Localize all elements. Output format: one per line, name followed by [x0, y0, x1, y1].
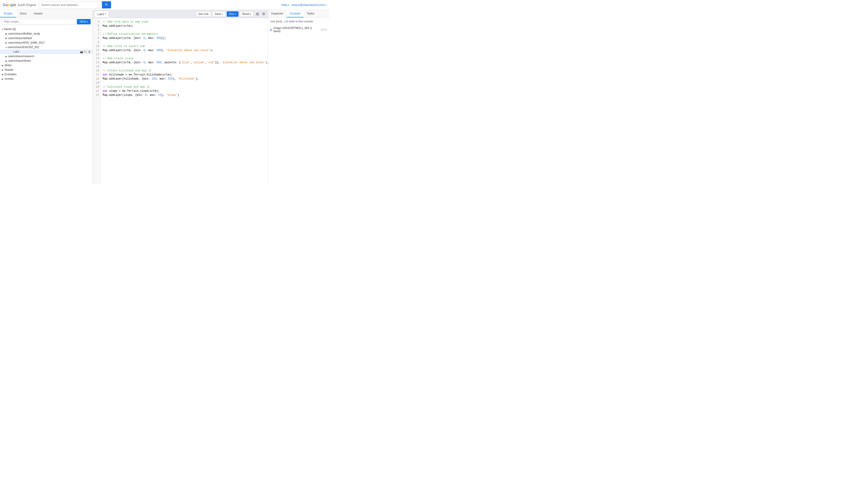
- search-button[interactable]: [102, 1, 111, 8]
- settings-icon-button[interactable]: ⚙: [261, 11, 266, 17]
- editor-toolbar: Lab1 * Get Link Save ▾ Run ▾ Reset ▾ ⊞ ⚙: [93, 10, 268, 18]
- code-line-16: // Create hillshade and map it: [103, 69, 266, 73]
- console-item-arrow: ▶: [270, 29, 272, 31]
- save-button[interactable]: Save ▾: [212, 11, 225, 17]
- code-line-19: [103, 81, 266, 85]
- code-line-13: // Add colour scale: [103, 57, 266, 61]
- code-line-11: Map.addLayer(srtm, {min: 0, max: 300}, '…: [103, 48, 266, 53]
- line-numbers: 4 5 6 7 8 9 10 11 12 13 14 15 16 17 18 1…: [93, 18, 101, 184]
- tab-console[interactable]: Console: [286, 10, 304, 18]
- console-panel: Use print(...) to write to this console.…: [268, 18, 329, 184]
- code-line-9: [103, 40, 266, 44]
- code-editor[interactable]: 4 5 6 7 8 9 10 11 12 13 14 15 16 17 18 1…: [93, 18, 268, 184]
- scripts-toolbar: NEW ▾: [0, 18, 92, 26]
- header-right: Help ▾ shaun@shaunlevick.com ▾: [281, 3, 327, 6]
- app-logo: Google Earth Engine: [3, 3, 36, 7]
- file-icon-delete[interactable]: 🗑: [88, 51, 91, 53]
- tree-folder-share[interactable]: ▶ users/shaun/Share: [0, 59, 92, 63]
- help-button[interactable]: Help ▾: [281, 3, 289, 6]
- code-line-20: // Calculate slope and map it: [103, 85, 266, 89]
- tab-docs[interactable]: Docs: [16, 10, 30, 18]
- tree-folder-research[interactable]: ▶ users/shaun/research: [0, 54, 92, 59]
- user-account-button[interactable]: shaun@shaunlevick.com ▾: [292, 3, 327, 6]
- tree-file-lab1[interactable]: 📄 Lab1 📷 ✏️ 🗑: [0, 50, 92, 54]
- code-line-6: [103, 28, 266, 32]
- file-tree: ▾ Owner (6) ▶ users/shaun/Buffalo_study …: [0, 26, 92, 184]
- new-script-button[interactable]: NEW ▾: [77, 19, 91, 24]
- code-line-12: [103, 53, 266, 57]
- filter-scripts-input[interactable]: [2, 19, 75, 24]
- search-input[interactable]: [39, 2, 102, 8]
- code-line-21: var slope = ee.Terrain.slope(srtm);: [103, 89, 266, 93]
- tree-folder-env-emm[interactable]: ▶ users/shaun/ENV_EMM_2017: [0, 40, 92, 45]
- file-icon-edit[interactable]: ✏️: [84, 51, 87, 53]
- console-item-label: Image USGS/SRTMGL1_003 (1 band): [274, 26, 319, 33]
- console-item-image[interactable]: ▶ Image USGS/SRTMGL1_003 (1 band) JSON: [270, 26, 327, 33]
- reset-button[interactable]: Reset ▾: [240, 11, 254, 17]
- editor-actions: Get Link Save ▾ Run ▾ Reset ▾ ⊞ ⚙: [196, 11, 266, 17]
- code-line-7: // Define visualisation parameters: [103, 32, 266, 36]
- tab-inspector[interactable]: Inspector: [268, 10, 286, 18]
- right-panel-tabs: Inspector Console Tasks: [268, 10, 329, 18]
- code-line-4: // Add srtm data to map view: [103, 20, 266, 24]
- main-layout: Scripts Docs Assets NEW ▾ ▾ Owner (6) ▶: [0, 10, 329, 184]
- right-panel: Inspector Console Tasks Use print(...) t…: [268, 10, 329, 184]
- console-item-json[interactable]: JSON: [320, 28, 327, 31]
- get-link-button[interactable]: Get Link: [196, 11, 211, 17]
- tree-folder-env202[interactable]: ▾ users/shaun/ENV202_502: [0, 45, 92, 50]
- header: Google Earth Engine Help ▾ shaun@shaunle…: [0, 0, 329, 10]
- code-line-17: var hillshade = ee.Terrain.hillshade(srt…: [103, 73, 266, 77]
- tree-section-archive[interactable]: ▶ Archive: [0, 76, 92, 81]
- code-line-14: Map.addLayer(srtm, {min: 0, max: 300, pa…: [103, 61, 266, 65]
- grid-icon-button[interactable]: ⊞: [255, 11, 260, 17]
- code-line-15: [103, 65, 266, 69]
- tree-section-writer[interactable]: ▶ Writer: [0, 63, 92, 68]
- code-line-18: Map.addLayer(hillshade, {min: 150, max: …: [103, 77, 266, 81]
- left-panel-tabs: Scripts Docs Assets: [0, 10, 92, 18]
- tree-section-examples[interactable]: ▶ Examples: [0, 72, 92, 76]
- tab-tasks[interactable]: Tasks: [304, 10, 317, 18]
- tree-folder-buffalo[interactable]: ▶ users/shaun/Buffalo_study: [0, 31, 92, 36]
- tree-section-owner[interactable]: ▾ Owner (6): [0, 27, 92, 31]
- code-content[interactable]: // Add srtm data to map view Map.addLaye…: [101, 18, 268, 184]
- app-title-earth: Earth Engine: [18, 3, 36, 7]
- file-icon-camera[interactable]: 📷: [80, 51, 83, 53]
- search-bar: [39, 1, 111, 8]
- center-panel: Lab1 * Get Link Save ▾ Run ▾ Reset ▾ ⊞ ⚙: [93, 10, 268, 184]
- tree-folder-default[interactable]: ▶ users/shaun/default: [0, 36, 92, 40]
- run-button[interactable]: Run ▾: [227, 11, 239, 17]
- code-line-10: // Add title to layers tab: [103, 44, 266, 48]
- code-line-22: Map.addLayer(slope, {min: 0, max: 15}, '…: [103, 93, 266, 97]
- tree-section-reader[interactable]: ▶ Reader: [0, 68, 92, 72]
- console-hint-text: Use print(...) to write to this console.: [270, 20, 327, 23]
- code-line-5: Map.addLayer(srtm);: [103, 24, 266, 28]
- tab-assets[interactable]: Assets: [30, 10, 46, 18]
- left-panel: Scripts Docs Assets NEW ▾ ▾ Owner (6) ▶: [0, 10, 93, 184]
- code-line-8: Map.addLayer(srtm, {min: 0, max: 300});: [103, 36, 266, 40]
- tab-scripts[interactable]: Scripts: [0, 10, 16, 18]
- editor-tab-lab1[interactable]: Lab1 *: [94, 11, 109, 17]
- scripts-panel: NEW ▾ ▾ Owner (6) ▶ users/shaun/Buffalo_…: [0, 18, 92, 184]
